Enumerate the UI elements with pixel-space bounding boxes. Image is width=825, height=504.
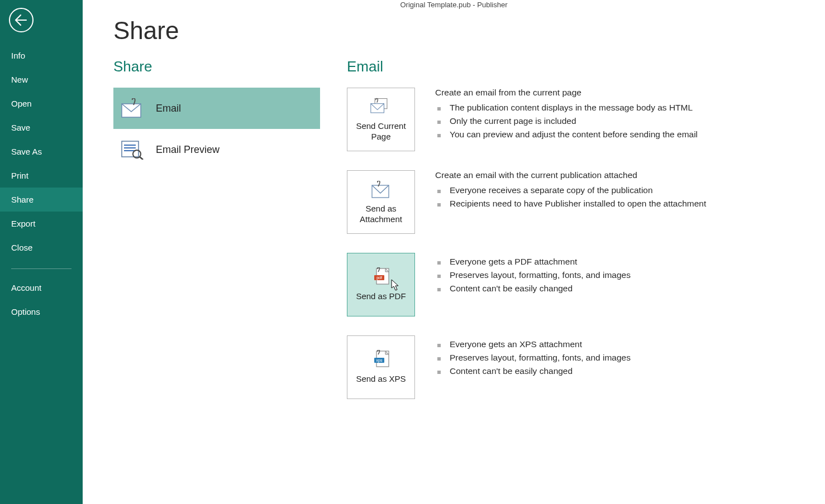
nav-separator (11, 268, 71, 269)
bullet: Preserves layout, formatting, fonts, and… (435, 268, 631, 282)
nav-account[interactable]: Account (0, 276, 83, 300)
nav-export[interactable]: Export (0, 212, 83, 236)
email-option-send-pdf: pdf Send as PDF Everyone gets a PDF atta… (347, 253, 706, 316)
bullet: Content can't be easily changed (435, 282, 631, 295)
bullet: You can preview and adjust the content b… (435, 128, 698, 141)
email-icon (119, 94, 147, 122)
nav-footer-list: Account Options (0, 276, 83, 324)
bullet: Only the current page is included (435, 114, 698, 128)
bullet: Everyone gets a PDF attachment (435, 255, 631, 268)
share-option-label: Email Preview (156, 144, 220, 156)
nav-open[interactable]: Open (0, 92, 83, 116)
bullet: Everyone receives a separate copy of the… (435, 184, 706, 197)
nav-close[interactable]: Close (0, 236, 83, 260)
nav-label: Options (11, 307, 40, 316)
option-description: Everyone gets a PDF attachment Preserves… (415, 253, 631, 295)
nav-label: Share (11, 195, 34, 204)
back-button[interactable] (9, 8, 34, 32)
xps-icon: xps (370, 350, 392, 370)
pdf-icon: pdf (370, 267, 392, 287)
nav-label: Info (11, 51, 25, 60)
send-as-xps-button[interactable]: xps Send as XPS (347, 335, 415, 399)
email-option-send-xps: xps Send as XPS Everyone gets an XPS att… (347, 335, 706, 399)
nav-label: Print (11, 171, 28, 180)
backstage-sidebar: Info New Open Save Save As Print Share E… (0, 0, 83, 504)
svg-rect-1 (122, 141, 139, 157)
back-arrow-icon (14, 14, 27, 26)
svg-line-6 (140, 157, 143, 160)
nav-saveas[interactable]: Save As (0, 140, 83, 164)
nav-share[interactable]: Share (0, 188, 83, 212)
nav-label: Save As (11, 147, 42, 156)
nav-list: Info New Open Save Save As Print Share E… (0, 44, 83, 260)
send-as-attachment-button[interactable]: Send as Attachment (347, 170, 415, 234)
nav-label: Open (11, 99, 32, 108)
attachment-icon (370, 180, 392, 200)
nav-label: Close (11, 243, 32, 252)
button-label: Send as PDF (356, 291, 406, 302)
nav-print[interactable]: Print (0, 164, 83, 188)
desc-heading: Create an email from the current page (435, 88, 698, 98)
desc-bullets: Everyone receives a separate copy of the… (435, 184, 706, 210)
share-option-email[interactable]: Email (113, 88, 320, 129)
nav-save[interactable]: Save (0, 116, 83, 140)
send-current-page-button[interactable]: Send Current Page (347, 88, 415, 151)
svg-text:xps: xps (376, 358, 383, 363)
email-preview-icon (119, 136, 147, 164)
desc-bullets: Everyone gets a PDF attachment Preserves… (435, 255, 631, 295)
bullet: Content can't be easily changed (435, 364, 631, 378)
nav-new[interactable]: New (0, 68, 83, 92)
share-option-label: Email (156, 103, 181, 114)
button-label: Send as XPS (356, 373, 406, 385)
main-pane: Share Share Email (83, 0, 825, 504)
nav-info[interactable]: Info (0, 44, 83, 68)
desc-bullets: Everyone gets an XPS attachment Preserve… (435, 338, 631, 378)
svg-rect-8 (371, 103, 384, 112)
email-column: Email Send Current Page Create (347, 58, 706, 418)
bullet: The publication content displays in the … (435, 101, 698, 114)
button-label: Send Current Page (351, 121, 411, 142)
email-heading: Email (347, 58, 706, 75)
option-description: Create an email with the current publica… (415, 170, 706, 210)
cursor-icon (391, 279, 400, 291)
svg-rect-9 (372, 185, 389, 198)
button-label: Send as Attachment (351, 203, 411, 225)
share-heading: Share (113, 58, 347, 75)
svg-text:pdf: pdf (376, 276, 382, 280)
option-description: Everyone gets an XPS attachment Preserve… (415, 335, 631, 378)
email-option-send-current-page: Send Current Page Create an email from t… (347, 88, 706, 151)
share-column: Share Email (113, 58, 347, 418)
share-option-email-preview[interactable]: Email Preview (113, 129, 320, 170)
nav-label: Export (11, 219, 35, 228)
nav-label: Save (11, 123, 30, 132)
nav-label: Account (11, 283, 41, 292)
bullet: Everyone gets an XPS attachment (435, 338, 631, 351)
nav-label: New (11, 75, 28, 84)
send-page-icon (370, 97, 392, 117)
email-option-send-attachment: Send as Attachment Create an email with … (347, 170, 706, 234)
option-description: Create an email from the current page Th… (415, 88, 698, 141)
desc-heading: Create an email with the current publica… (435, 170, 706, 180)
nav-options[interactable]: Options (0, 300, 83, 324)
page-title: Share (113, 17, 825, 45)
send-as-pdf-button[interactable]: pdf Send as PDF (347, 253, 415, 316)
desc-bullets: The publication content displays in the … (435, 101, 698, 141)
bullet: Recipients need to have Publisher instal… (435, 197, 706, 210)
bullet: Preserves layout, formatting, fonts, and… (435, 351, 631, 364)
